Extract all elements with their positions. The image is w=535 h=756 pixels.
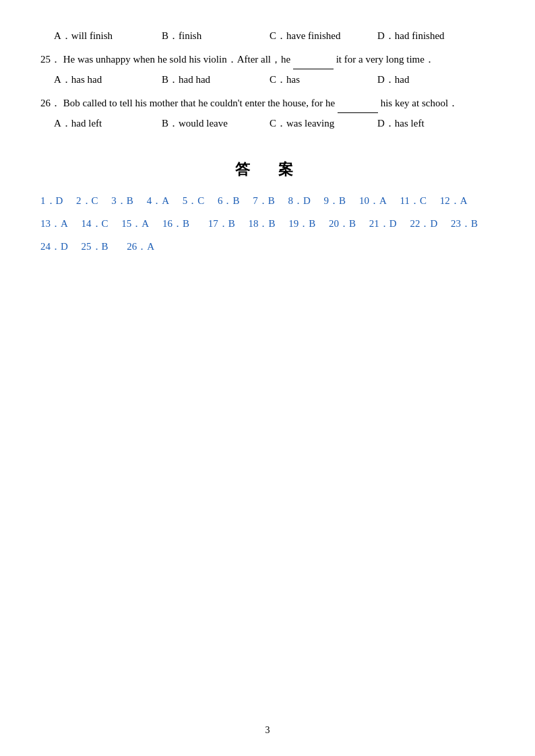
answer-17: 17．B — [208, 213, 235, 234]
q25-number: 25． — [40, 54, 61, 65]
answer-section: 答 案 1．D 2．C 3．B 4．A 5．C 6．B 7．B 8．D 9．B … — [40, 160, 495, 256]
q25-option-b: B．had had — [162, 71, 270, 89]
q26-options-line: A．had left B．would leave C．was leaving D… — [40, 114, 495, 133]
q24-option-d: D．had finished — [377, 27, 485, 45]
answer-26: 26．A — [127, 236, 154, 256]
answer-9: 9．B — [324, 191, 346, 211]
answer-16: 16．B — [162, 213, 189, 234]
answer-19: 19．B — [288, 213, 315, 234]
q24-options-line: A．will finish B．finish C．have finished D… — [40, 27, 495, 45]
q25-text-after: it for a very long time． — [336, 54, 435, 65]
question-24-options: A．will finish B．finish C．have finished D… — [40, 27, 495, 45]
q25-options-line: A．has had B．had had C．has D．had — [40, 71, 495, 89]
answer-6: 6．B — [218, 191, 240, 211]
q26-option-a: A．had left — [54, 114, 162, 133]
answer-8: 8．D — [288, 191, 311, 211]
answer-7: 7．B — [253, 191, 275, 211]
answer-5: 5．C — [183, 191, 205, 211]
answer-22: 22．D — [410, 213, 437, 234]
question-26: 26． Bob called to tell his mother that h… — [40, 94, 495, 133]
answer-11: 11．C — [400, 191, 426, 211]
page: A．will finish B．finish C．have finished D… — [0, 0, 535, 756]
q25-option-c: C．has — [270, 71, 377, 89]
answer-21: 21．D — [369, 213, 397, 234]
q25-text: 25． He was unhappy when he sold his viol… — [40, 50, 495, 69]
q26-text-before: Bob called to tell his mother that he co… — [63, 98, 335, 108]
answer-20: 20．B — [329, 213, 356, 234]
q24-option-c: C．have finished — [270, 27, 377, 45]
q26-text: 26． Bob called to tell his mother that h… — [40, 94, 495, 113]
answer-13: 13．A — [40, 213, 68, 234]
q26-option-b: B．would leave — [162, 114, 270, 133]
answer-3: 3．B — [111, 191, 133, 211]
answer-line-3: 24．D 25．B 26．A — [40, 236, 495, 256]
answer-12: 12．A — [440, 191, 468, 211]
answer-10: 10．A — [359, 191, 387, 211]
answer-4: 4．A — [147, 191, 169, 211]
question-25: 25． He was unhappy when he sold his viol… — [40, 50, 495, 89]
q25-option-a: A．has had — [54, 71, 162, 89]
q26-option-c: C．was leaving — [270, 114, 377, 133]
q25-option-d: D．had — [377, 71, 485, 89]
answer-2: 2．C — [76, 191, 98, 211]
q25-text-before: He was unhappy when he sold his violin．A… — [63, 54, 290, 65]
answer-23: 23．B — [451, 213, 478, 234]
q26-text-after: his key at school． — [381, 98, 458, 108]
q24-option-a: A．will finish — [54, 27, 162, 45]
q25-blank — [293, 50, 334, 69]
q26-number: 26． — [40, 98, 61, 108]
answer-title: 答 案 — [40, 160, 495, 180]
answer-24: 24．D — [40, 236, 68, 256]
answer-line-1: 1．D 2．C 3．B 4．A 5．C 6．B 7．B 8．D 9．B 10．A… — [40, 191, 495, 211]
answer-18: 18．B — [248, 213, 275, 234]
answer-14: 14．C — [82, 213, 108, 234]
q24-option-b: B．finish — [162, 27, 270, 45]
answer-line-2: 13．A 14．C 15．A 16．B 17．B 18．B 19．B 20．B … — [40, 213, 495, 234]
q26-option-d: D．has left — [377, 114, 485, 133]
answer-1: 1．D — [40, 191, 63, 211]
page-number: 3 — [265, 725, 270, 736]
answer-25: 25．B — [82, 236, 108, 256]
q26-blank — [338, 94, 378, 113]
answer-15: 15．A — [121, 213, 149, 234]
